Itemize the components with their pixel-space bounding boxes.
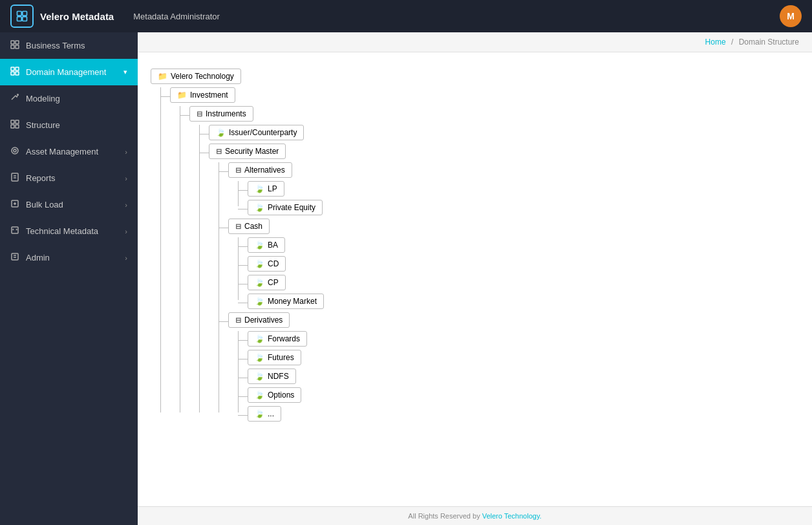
svg-rect-9: [16, 67, 19, 70]
instruments-node[interactable]: ⊟ Instruments: [189, 106, 253, 122]
chevron-right-icon: ›: [125, 228, 127, 235]
leaf-icon: 🍃: [255, 184, 264, 193]
footer-link[interactable]: Velero Technology.: [482, 512, 542, 520]
breadcrumb-separator: /: [731, 38, 733, 47]
sidebar-item-label: Reports: [26, 173, 125, 183]
futures-node[interactable]: 🍃 Futures: [248, 350, 301, 365]
svg-rect-2: [17, 17, 22, 21]
svg-rect-7: [16, 45, 19, 48]
chevron-right-icon: ›: [125, 175, 127, 182]
chevron-right-icon: ›: [125, 148, 127, 156]
user-avatar[interactable]: M: [780, 5, 802, 27]
leaf-icon: 🍃: [216, 128, 226, 137]
node-label: Security Master: [225, 147, 279, 156]
leaf-icon: 🍃: [255, 372, 264, 381]
node-label: Velero Technology: [171, 72, 234, 81]
business-terms-icon: [10, 40, 19, 51]
tree-node-money-market: 🍃 Money Market: [248, 294, 799, 309]
app-title: Velero Metadata: [40, 11, 114, 22]
minus-icon: ⊟: [197, 110, 202, 118]
sidebar-item-modeling[interactable]: Modeling: [0, 85, 138, 112]
tree-node-forwards: 🍃 Forwards: [248, 331, 799, 347]
tree-node-lp: 🍃 LP: [248, 181, 799, 197]
svg-rect-13: [16, 120, 19, 123]
sidebar-item-label: Bulk Load: [26, 200, 125, 209]
tree-children-security-master: ⊟ Alternatives: [228, 162, 799, 422]
node-label: Cash: [244, 222, 262, 231]
derivatives-node[interactable]: ⊟ Derivatives: [228, 312, 290, 328]
tree-children-investment: ⊟ Instruments: [189, 106, 799, 422]
technical-metadata-icon: [10, 226, 19, 237]
svg-rect-15: [16, 125, 19, 128]
content-area: 📁 Velero Technology 📁 Investment: [138, 52, 812, 506]
sidebar-item-asset-management[interactable]: Asset Management ›: [0, 138, 138, 165]
issuer-node[interactable]: 🍃 Issuer/Counterparty: [209, 125, 304, 140]
tree-node-cp: 🍃 CP: [248, 275, 799, 290]
chevron-down-icon: ▾: [123, 68, 127, 76]
tree-node-issuer: 🍃 Issuer/Counterparty: [209, 125, 799, 140]
svg-point-16: [12, 147, 18, 154]
tree-children-cash: 🍃 BA 🍃: [248, 237, 799, 309]
lp-node[interactable]: 🍃 LP: [248, 181, 284, 197]
ndfs-node[interactable]: 🍃 NDFS: [248, 369, 296, 384]
folder-icon: 📁: [158, 72, 167, 81]
security-master-node[interactable]: ⊟ Security Master: [209, 144, 286, 159]
tree-node-instruments: ⊟ Instruments: [189, 106, 799, 422]
svg-rect-1: [23, 12, 27, 16]
ba-node[interactable]: 🍃 BA: [248, 237, 285, 253]
modeling-icon: [10, 93, 19, 104]
sidebar-item-label: Domain Management: [26, 67, 123, 77]
minus-icon: ⊟: [216, 147, 222, 156]
more-node[interactable]: 🍃 ...: [248, 406, 281, 422]
node-label: Instruments: [206, 109, 246, 118]
svg-rect-24: [12, 227, 18, 233]
cash-node[interactable]: ⊟ Cash: [228, 219, 270, 234]
breadcrumb-current: Domain Structure: [739, 38, 799, 47]
domain-tree: 📁 Velero Technology 📁 Investment: [151, 69, 799, 422]
cd-node[interactable]: 🍃 CD: [248, 256, 286, 272]
node-label: Derivatives: [244, 316, 283, 325]
svg-rect-5: [16, 41, 19, 44]
cp-node[interactable]: 🍃 CP: [248, 275, 286, 290]
tree-node-security-master: ⊟ Security Master: [209, 144, 799, 422]
options-node[interactable]: 🍃 Options: [248, 387, 301, 403]
svg-rect-12: [11, 120, 14, 123]
money-market-node[interactable]: 🍃 Money Market: [248, 294, 324, 309]
breadcrumb-home[interactable]: Home: [705, 38, 726, 47]
sidebar-item-structure[interactable]: Structure: [0, 112, 138, 138]
sidebar-item-reports[interactable]: Reports ›: [0, 165, 138, 191]
logo-icon: [10, 5, 34, 28]
private-equity-node[interactable]: 🍃 Private Equity: [248, 200, 323, 215]
sidebar-item-bulk-load[interactable]: Bulk Load ›: [0, 191, 138, 218]
sidebar-item-technical-metadata[interactable]: Technical Metadata ›: [0, 218, 138, 244]
svg-rect-8: [11, 67, 14, 70]
sidebar-item-business-terms[interactable]: Business Terms: [0, 32, 138, 59]
domain-management-icon: [10, 67, 19, 78]
reports-icon: [10, 173, 19, 184]
node-row-alternatives: ⊟ Alternatives: [228, 162, 799, 178]
tree-children-velero: 📁 Investment ⊟: [170, 87, 799, 422]
investment-node[interactable]: 📁 Investment: [170, 87, 235, 103]
leaf-icon: 🍃: [255, 203, 264, 212]
sidebar-item-label: Admin: [26, 253, 125, 262]
svg-rect-25: [12, 253, 18, 260]
node-row-velero-technology: 📁 Velero Technology: [151, 69, 799, 84]
node-label: Options: [268, 391, 294, 400]
leaf-icon: 🍃: [255, 278, 264, 287]
sidebar-item-admin[interactable]: Admin ›: [0, 244, 138, 271]
node-label: NDFS: [268, 372, 289, 381]
node-label: LP: [268, 184, 277, 193]
tree-node-investment: 📁 Investment ⊟: [170, 87, 799, 422]
forwards-node[interactable]: 🍃 Forwards: [248, 331, 307, 347]
sidebar-item-domain-management[interactable]: Domain Management ▾: [0, 59, 138, 85]
node-label: Money Market: [268, 297, 317, 306]
minus-icon: ⊟: [235, 316, 241, 325]
velero-technology-node[interactable]: 📁 Velero Technology: [151, 69, 241, 84]
breadcrumb: Home / Domain Structure: [138, 32, 812, 52]
footer: All Rights Reserved by Velero Technology…: [138, 506, 812, 525]
tree-node-alternatives: ⊟ Alternatives: [228, 162, 799, 215]
tree-node-ndfs: 🍃 NDFS: [248, 369, 799, 384]
tree-node-cash: ⊟ Cash: [228, 219, 799, 309]
svg-rect-10: [11, 72, 14, 75]
alternatives-node[interactable]: ⊟ Alternatives: [228, 162, 292, 178]
